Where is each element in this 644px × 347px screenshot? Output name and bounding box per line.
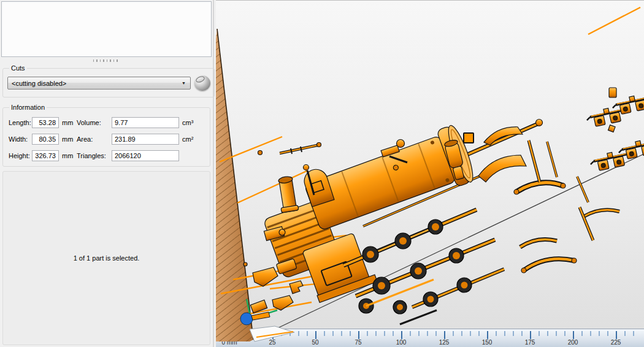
length-label: Length: bbox=[9, 119, 32, 126]
ruler-tick bbox=[332, 331, 334, 336]
width-field[interactable] bbox=[32, 134, 59, 145]
ruler-tick bbox=[496, 331, 497, 336]
cut-sphere-icon[interactable] bbox=[194, 75, 210, 91]
ruler-tick-label: 225 bbox=[611, 339, 621, 346]
ruler-tick bbox=[478, 331, 480, 336]
ruler-tick bbox=[264, 331, 265, 336]
ruler-tick bbox=[556, 331, 557, 336]
platform-edge-line bbox=[250, 154, 644, 341]
ruler-tick bbox=[375, 331, 377, 336]
height-unit: mm bbox=[59, 152, 77, 159]
height-field[interactable] bbox=[32, 150, 59, 161]
ruler-tick bbox=[590, 331, 591, 336]
model-bogies[interactable] bbox=[585, 88, 644, 172]
ruler-tick bbox=[418, 331, 420, 336]
ruler-tick bbox=[410, 331, 411, 336]
viewport-3d[interactable]: 0 mm255075100125150175200225 bbox=[216, 0, 644, 347]
ruler-tick bbox=[272, 331, 274, 339]
model-handrail-rod[interactable] bbox=[332, 120, 543, 227]
ruler-tick-label: 0 mm bbox=[222, 339, 237, 346]
ruler-tick bbox=[547, 331, 548, 336]
model-firebox[interactable] bbox=[263, 199, 341, 278]
ruler-tick bbox=[487, 331, 488, 339]
ruler-tick bbox=[324, 331, 325, 336]
parts-list[interactable] bbox=[1, 1, 212, 57]
triangles-field[interactable] bbox=[112, 150, 179, 161]
status-panel: 1 of 1 part is selected. bbox=[2, 171, 210, 345]
ruler-tick bbox=[247, 331, 248, 336]
panel-splitter[interactable] bbox=[0, 57, 213, 64]
model-leaf-springs[interactable] bbox=[514, 183, 619, 273]
ruler-tick bbox=[616, 331, 617, 339]
model-axle-middle[interactable] bbox=[343, 210, 477, 265]
ruler-tick bbox=[229, 331, 231, 339]
ruler-tick bbox=[573, 331, 574, 339]
ruler-tick bbox=[238, 331, 239, 336]
left-panel: Cuts <cutting disabled> ▼ Information Le… bbox=[0, 0, 214, 347]
width-label: Width: bbox=[9, 135, 32, 143]
model-safety-valve[interactable] bbox=[444, 139, 467, 181]
ruler-tick bbox=[367, 331, 368, 336]
volume-field[interactable] bbox=[112, 117, 179, 128]
ruler-tick bbox=[427, 331, 428, 336]
selection-square[interactable] bbox=[464, 133, 473, 143]
model-dome[interactable] bbox=[301, 166, 334, 207]
ruler-tick bbox=[444, 331, 445, 339]
ruler-tick bbox=[341, 331, 342, 336]
ruler: 0 mm255075100125150175200225 bbox=[216, 329, 644, 347]
model-boiler[interactable] bbox=[302, 123, 477, 236]
model-brackets[interactable] bbox=[243, 226, 303, 313]
model-small-parts-left[interactable] bbox=[258, 140, 408, 196]
exploded-model[interactable] bbox=[243, 88, 644, 324]
area-field[interactable] bbox=[112, 134, 179, 145]
selection-status: 1 of 1 part is selected. bbox=[74, 254, 140, 262]
ruler-tick-label: 25 bbox=[269, 339, 275, 346]
ruler-tick bbox=[581, 331, 583, 336]
information-group-title: Information bbox=[9, 104, 47, 111]
ruler-tick bbox=[504, 331, 505, 336]
ruler-tick bbox=[470, 331, 471, 336]
ruler-tick bbox=[307, 331, 308, 336]
cut-plane-icon bbox=[195, 75, 205, 84]
ruler-tick bbox=[358, 331, 359, 339]
model-rods-right[interactable] bbox=[529, 140, 593, 240]
ruler-tick bbox=[599, 331, 600, 336]
rod-parts[interactable] bbox=[220, 7, 640, 315]
ruler-tick bbox=[315, 331, 316, 339]
ruler-tick bbox=[513, 331, 514, 336]
ruler-tick bbox=[393, 331, 394, 336]
model-cab[interactable] bbox=[301, 231, 377, 303]
ruler-tick bbox=[289, 331, 291, 336]
ruler-tick bbox=[539, 331, 540, 336]
ruler-tick bbox=[633, 331, 634, 336]
ruler-tick-label: 125 bbox=[439, 339, 450, 346]
model-frame-lower[interactable] bbox=[356, 240, 495, 314]
ruler-tick bbox=[350, 331, 351, 336]
ruler-tick-label: 50 bbox=[312, 339, 318, 346]
area-unit: cm² bbox=[179, 135, 206, 143]
model-roof-sheets[interactable] bbox=[478, 127, 526, 182]
ruler-tick bbox=[564, 331, 565, 336]
ruler-tick bbox=[607, 331, 608, 336]
length-field[interactable] bbox=[32, 117, 59, 128]
splitter-grip-icon bbox=[93, 59, 120, 62]
ruler-tick bbox=[453, 331, 454, 336]
ruler-tick-label: 175 bbox=[525, 339, 535, 346]
ruler-tick bbox=[624, 331, 626, 336]
platform-wall bbox=[216, 29, 253, 341]
ruler-tick bbox=[521, 331, 523, 336]
ruler-tick bbox=[281, 331, 282, 336]
volume-unit: cm³ bbox=[179, 119, 206, 126]
ruler-tick bbox=[461, 331, 462, 336]
area-label: Area: bbox=[77, 135, 112, 143]
axis-gizmo-icon bbox=[240, 299, 277, 325]
cuts-dropdown[interactable]: <cutting disabled> ▼ bbox=[7, 77, 191, 90]
ruler-tick bbox=[298, 331, 299, 336]
triangles-label: Triangles: bbox=[77, 152, 112, 159]
ruler-tick-label: 75 bbox=[355, 339, 361, 346]
model-axle-rear[interactable] bbox=[400, 269, 504, 324]
model-chimney[interactable] bbox=[276, 175, 299, 213]
ruler-tick-label: 200 bbox=[568, 339, 578, 346]
length-unit: mm bbox=[59, 119, 77, 126]
dropdown-arrow-icon: ▼ bbox=[182, 81, 190, 85]
